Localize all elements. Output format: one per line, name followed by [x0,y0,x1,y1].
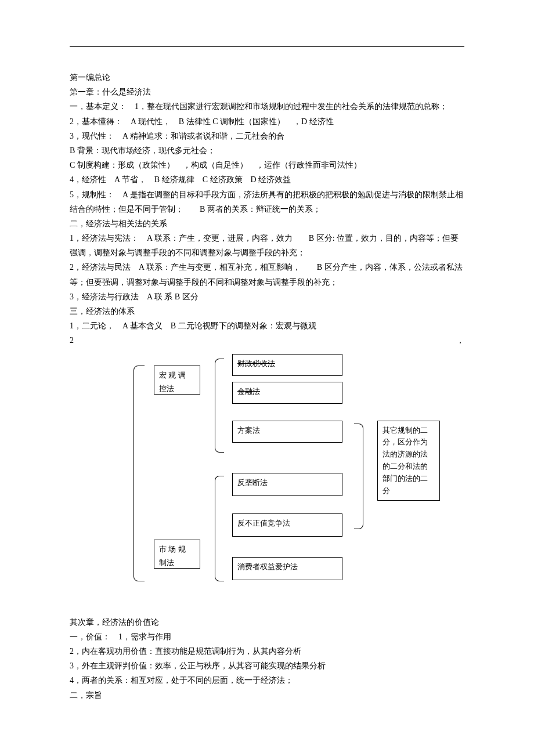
heading-section3: 三，经济法的体系 [70,304,464,319]
para-c2-1: 一，价值： 1，需求与作用 [70,630,464,644]
brace-main [134,366,145,581]
heading-part1: 第一编总论 [70,70,464,85]
para-c2-2: 2，内在客观功用价值：直接功能是规范调制行为，从其内容分析 [70,644,464,659]
para-2-1: 1，经济法与宪法： A 联系：产生，变更，进展，内容，效力 B 区分: 位置，效… [70,231,464,260]
para-1-3c: C 制度构建：形成（政策性） ，构成（自足性） ，运作（行政性而非司法性） [70,158,464,172]
para-1-3: 3，现代性： A 精神追求：和谐或者说和谐，二元社会的合 [70,129,464,143]
brace-right [354,424,363,529]
brace-bottom [215,476,224,581]
box-consumer-law: 消费者权益爱护法 [232,557,342,580]
para-1-2: 2，基本懂得： A 现代性， B 法律性 C 调制性（国家性） ，D 经济性 [70,114,464,129]
para-c2-4: 4，两者的关系：相互对应，处于不同的层面，统一于经济法； [70,673,464,688]
para-2-3: 3，经济法与行政法 A 联 系 B 区分 [70,290,464,304]
para-3-2: 2， [70,333,464,348]
box-unfair-competition-law: 反不正值竞争法 [232,513,342,537]
para-2-2: 2，经济法与民法 A 联系：产生与变更，相互补充，相互影响， B 区分产生，内容… [70,260,464,289]
para-1-5: 5，规制性： A 是指在调整的目标和手段方面，济法所具有的把积极的把积极的勉励促… [70,187,464,216]
heading-c2-sec2: 二，宗旨 [70,688,464,703]
hierarchy-diagram: 宏 观 调 控法 财政税收法 金融法 方案法 市 场 规 制法 反垄断法 反不正… [70,354,464,598]
para-1-4: 4，经济性 A 节省， B 经济规律 C 经济政策 D 经济效益 [70,172,464,187]
para-1-3b: B 背景：现代市场经济，现代多元社会； [70,143,464,158]
box-plan-law: 方案法 [232,421,342,443]
box-macro-law-line1: 宏 观 调 [159,368,195,382]
heading-chapter1: 第一章：什么是经济法 [70,85,464,99]
para-3-1: 1，二元论， A 基本含义 B 二元论视野下的调整对象：宏观与微观 [70,319,464,333]
side-annotation: 其它规制的二分，区分作为法的济源的法的二分和法的部门的法的二分 [377,421,440,501]
para-c2-3: 3，外在主观评判价值：效率，公正与秩序，从其容可能实现的结果分析 [70,659,464,673]
box-fiscal-tax-law: 财政税收法 [232,354,342,376]
box-market-law: 市 场 规 制法 [154,540,200,569]
para-1-1: 一，基本定义： 1，整在现代国家进行宏观调控和市场规制的过程中发生的社会关系的法… [70,99,464,114]
top-rule [70,46,464,47]
document-page: 第一编总论 第一章：什么是经济法 一，基本定义： 1，整在现代国家进行宏观调控和… [0,0,534,737]
brace-main-tip [125,467,134,479]
heading-section2: 二，经济法与相关法的关系 [70,216,464,231]
brace-top [215,359,224,453]
box-macro-law: 宏 观 调 控法 [154,366,200,395]
box-market-law-line2: 制法 [159,556,195,569]
box-macro-law-line2: 控法 [159,382,195,395]
box-finance-law: 金融法 [232,382,342,404]
box-antitrust-law: 反垄断法 [232,473,342,496]
heading-chapter2: 其次章，经济法的价值论 [70,615,464,630]
box-market-law-line1: 市 场 规 [159,542,195,556]
